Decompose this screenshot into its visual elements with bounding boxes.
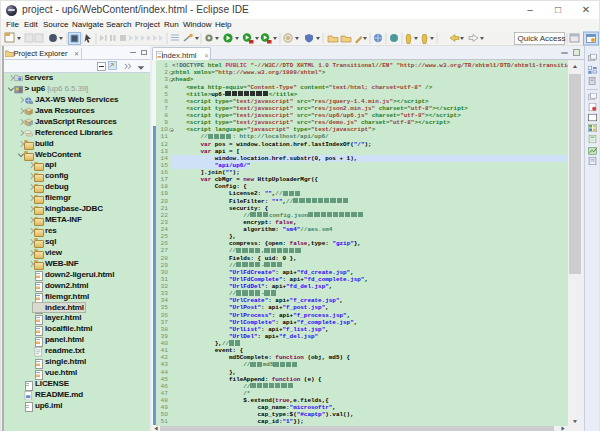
- svg-text:Quick Access: Quick Access: [518, 34, 566, 43]
